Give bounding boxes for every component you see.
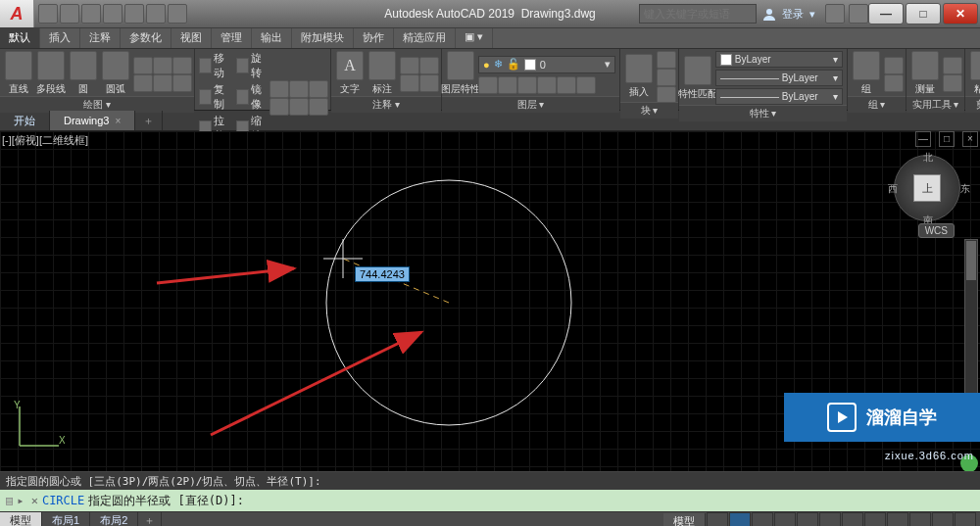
color-dropdown[interactable]: ByLayer▾ <box>715 51 843 68</box>
mirror-icon[interactable] <box>236 89 249 105</box>
circle-button[interactable]: 圆 <box>69 51 98 96</box>
exchange-icon[interactable] <box>825 4 845 24</box>
tab-featured[interactable]: 精选应用 <box>394 28 456 48</box>
file-tab-drawing3[interactable]: Drawing3× <box>50 111 135 130</box>
leader-icon[interactable] <box>400 57 419 74</box>
drawing-area[interactable]: [-][俯视][二维线框] — □ × 上 北 南 东 西 WCS 744.42… <box>0 131 980 471</box>
edit-block-icon[interactable] <box>657 69 676 86</box>
tab-addins[interactable]: 附加模块 <box>292 28 354 48</box>
panel-prop-label[interactable]: 特性 ▾ <box>679 105 847 121</box>
help-icon[interactable] <box>849 4 868 24</box>
customize-icon[interactable] <box>955 512 976 526</box>
measure-button[interactable]: 测量 <box>910 51 940 96</box>
lineweight-dropdown[interactable]: —————— ByLayer▾ <box>715 70 843 86</box>
tab-view[interactable]: 视图 <box>172 28 212 48</box>
layout-model[interactable]: 模型 <box>0 512 42 526</box>
doc-close-button[interactable]: × <box>962 131 978 147</box>
insert-block-button[interactable]: 插入 <box>624 54 654 99</box>
quickcalc-icon[interactable] <box>943 74 962 92</box>
point-icon[interactable] <box>172 74 192 92</box>
tab-annotate[interactable]: 注释 <box>80 28 121 48</box>
move-icon[interactable] <box>199 58 212 73</box>
tab-close-icon[interactable]: × <box>115 116 121 126</box>
close-button[interactable]: ✕ <box>943 3 978 24</box>
qat-saveas-icon[interactable] <box>103 4 122 24</box>
wcs-badge[interactable]: WCS <box>918 223 955 238</box>
tab-output[interactable]: 输出 <box>252 28 292 48</box>
laymch-icon[interactable] <box>576 76 596 94</box>
layfrz-icon[interactable] <box>517 76 537 94</box>
tab-overflow[interactable]: ▣ ▾ <box>456 28 493 48</box>
offset-icon[interactable] <box>270 98 289 116</box>
layer-props-button[interactable]: 图层特性 <box>446 51 475 96</box>
ortho-icon[interactable] <box>752 512 773 526</box>
tab-insert[interactable]: 插入 <box>40 28 80 48</box>
layout-2[interactable]: 布局2 <box>90 512 138 526</box>
trim-icon[interactable] <box>270 80 289 98</box>
qat-new-icon[interactable] <box>38 4 58 24</box>
user-menu[interactable]: 登录 ▾ <box>762 7 815 22</box>
panel-block-label[interactable]: 块 ▾ <box>620 102 678 119</box>
rotate-icon[interactable] <box>236 58 249 73</box>
transparency-icon[interactable] <box>864 512 886 526</box>
ellipse-icon[interactable] <box>153 57 172 74</box>
viewcube-top-face[interactable]: 上 <box>913 174 941 202</box>
doc-max-button[interactable]: □ <box>939 131 955 147</box>
hatch-icon[interactable] <box>172 57 192 74</box>
viewport-label[interactable]: [-][俯视][二维线框] <box>2 133 88 148</box>
search-input[interactable] <box>639 4 757 24</box>
dim-button[interactable]: 标注 <box>368 51 397 96</box>
minimize-button[interactable]: — <box>868 3 904 24</box>
layout-1[interactable]: 布局1 <box>42 512 90 526</box>
qat-plot-icon[interactable] <box>124 4 144 24</box>
app-logo[interactable]: A <box>0 0 34 27</box>
doc-min-button[interactable]: — <box>915 131 931 147</box>
layoff-icon[interactable] <box>498 76 517 94</box>
array-icon[interactable] <box>309 80 328 98</box>
ungroup-icon[interactable] <box>884 57 904 74</box>
snapmode-icon[interactable] <box>729 512 751 526</box>
text-button[interactable]: A文字 <box>335 51 365 96</box>
panel-clip-label[interactable]: 剪贴板 ▾ <box>965 96 980 113</box>
erase-icon[interactable] <box>309 98 328 116</box>
fillet-icon[interactable] <box>289 80 309 98</box>
spline-icon[interactable] <box>133 74 153 92</box>
tab-parametric[interactable]: 参数化 <box>121 28 172 48</box>
qat-open-icon[interactable] <box>60 4 79 24</box>
qat-undo-icon[interactable] <box>146 4 166 24</box>
cmd-expand-icon[interactable]: ▤ <box>6 494 13 507</box>
file-tab-new[interactable]: ＋ <box>135 111 163 130</box>
linetype-dropdown[interactable]: —————— ByLayer▾ <box>715 88 843 105</box>
status-model-toggle[interactable]: 模型 <box>663 513 706 527</box>
tab-manage[interactable]: 管理 <box>212 28 252 48</box>
scrollbar-thumb[interactable] <box>966 241 976 280</box>
dynamic-input-value[interactable]: 744.4243 <box>355 266 410 282</box>
arc-button[interactable]: 圆弧 <box>101 51 130 96</box>
line-button[interactable]: 直线 <box>4 51 33 96</box>
layiso-icon[interactable] <box>478 76 498 94</box>
laylck-icon[interactable] <box>537 76 557 94</box>
osnap-icon[interactable] <box>797 512 818 526</box>
tab-collab[interactable]: 协作 <box>354 28 394 48</box>
panel-annot-label[interactable]: 注释 ▾ <box>331 96 441 113</box>
field-icon[interactable] <box>419 74 439 92</box>
layer-dropdown[interactable]: ● ❄ 🔓 0 ▾ <box>478 56 615 73</box>
create-block-icon[interactable] <box>657 51 676 69</box>
gridmode-icon[interactable] <box>707 512 728 526</box>
groupedit-icon[interactable] <box>884 74 904 92</box>
panel-util-label[interactable]: 实用工具 ▾ <box>906 96 964 113</box>
layulk-icon[interactable] <box>557 76 576 94</box>
lwt-icon[interactable] <box>842 512 863 526</box>
copy-icon[interactable] <box>199 89 212 105</box>
command-input[interactable]: ▤ ▸ ✕ CIRCLE 指定圆的半径或 [直径(D)]: <box>0 490 980 511</box>
file-tab-start[interactable]: 开始 <box>0 111 50 130</box>
tab-default[interactable]: 默认 <box>0 28 40 48</box>
layout-add[interactable]: ＋ <box>138 512 162 526</box>
qat-redo-icon[interactable] <box>168 4 187 24</box>
xline-icon[interactable] <box>153 74 172 92</box>
panel-layer-label[interactable]: 图层 ▾ <box>442 96 619 113</box>
selectall-icon[interactable] <box>943 57 962 74</box>
explode-icon[interactable] <box>289 98 309 116</box>
maximize-button[interactable]: □ <box>906 3 941 24</box>
table-icon[interactable] <box>419 57 439 74</box>
